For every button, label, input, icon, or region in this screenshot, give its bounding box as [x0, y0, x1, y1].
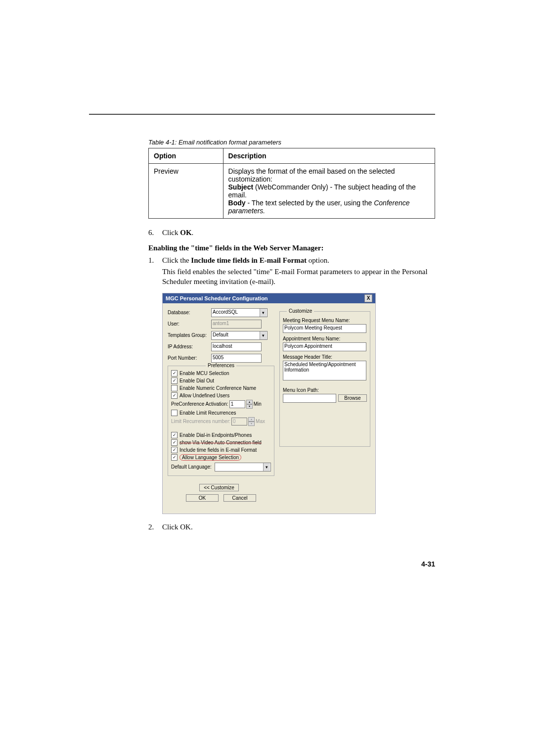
label-preconf-min: Min — [254, 401, 262, 407]
options-table: Option Description Preview Displays the … — [148, 148, 435, 219]
label-default-lang: Default Language: — [171, 464, 215, 470]
chevron-up-icon: ▴ — [248, 417, 255, 422]
label-limit: Limit Recurrences number: — [171, 419, 230, 424]
preconf-value[interactable]: 1 — [229, 400, 245, 408]
step6-b: . — [192, 229, 194, 236]
step1-b: option. — [307, 256, 329, 264]
user-field: antom1 — [211, 320, 262, 329]
step2-text: Click OK. — [162, 523, 193, 531]
templates-group-select[interactable]: Default — [211, 331, 267, 340]
desc-subject-bold: Subject — [228, 183, 254, 191]
step6-ok: OK — [180, 229, 191, 236]
step1-bold: Include time fields in E-mail Format — [191, 256, 307, 264]
database-select[interactable]: AccordSQL — [211, 308, 267, 317]
step-1: 1.Click the Include time fields in E-mai… — [148, 256, 435, 265]
checkbox-enable-limit[interactable] — [171, 410, 178, 416]
preconf-stepper[interactable]: ▴▾ — [246, 400, 253, 409]
label-allow-undefined: Allow Undefined Users — [179, 393, 229, 398]
page-number: 4-31 — [148, 560, 435, 568]
label-mip: Menu Icon Path: — [283, 387, 367, 393]
label-templates-group: Templates Group: — [168, 332, 211, 338]
label-port-number: Port Number: — [168, 355, 211, 361]
rule-top — [89, 114, 435, 115]
dialog-titlebar: MGC Personal Scheduler Configuration X — [163, 293, 375, 303]
label-preconf: PreConference Activation: — [171, 401, 228, 407]
label-database: Database: — [168, 310, 211, 315]
table-header-row: Option Description — [149, 148, 435, 164]
label-enable-mcu: Enable MCU Selection — [179, 371, 229, 376]
label-mrm: Meeting Request Menu Name: — [283, 318, 367, 323]
ip-address-field[interactable]: localhost — [211, 342, 262, 351]
dialog-title: MGC Personal Scheduler Configuration — [166, 295, 268, 301]
cell-option: Preview — [149, 164, 223, 219]
checkbox-allow-undefined[interactable] — [171, 392, 178, 399]
customize-button[interactable]: << Customize — [199, 484, 239, 491]
step6-a: Click — [162, 229, 180, 236]
label-user: User: — [168, 321, 211, 327]
label-enable-numeric: Enable Numeric Conference Name — [179, 385, 256, 391]
desc-subject-rest: (WebCommander Only) - The subject headin… — [228, 183, 416, 199]
label-ip-address: IP Address: — [168, 344, 211, 349]
customize-fieldset: Customize Meeting Request Menu Name: Pol… — [279, 311, 370, 447]
close-icon[interactable]: X — [364, 294, 372, 302]
subheading: Enabling the "time" fields in the Web Se… — [148, 244, 435, 252]
step-1-body: This field enables the selected "time" E… — [162, 267, 435, 287]
desc-body-rest: - The text selected by the user, using t… — [246, 199, 374, 207]
desc-body: Body - The text selected by the user, us… — [228, 199, 430, 215]
step-6: 6.Click OK. — [148, 229, 435, 237]
port-number-field[interactable]: 5005 — [211, 354, 262, 363]
label-enable-dialin: Enable Dial-in Endpoints/Phones — [179, 432, 252, 438]
desc-subject: Subject (WebCommander Only) - The subjec… — [228, 183, 430, 199]
amn-field[interactable]: Polycom Appointment — [283, 342, 366, 351]
step-1-num: 1. — [148, 256, 162, 265]
checkbox-enable-dialout[interactable] — [171, 378, 178, 384]
preferences-fieldset: Preferences Enable MCU Selection Enable … — [168, 366, 274, 476]
checkbox-enable-dialin[interactable] — [171, 432, 178, 438]
limit-value: 0 — [231, 418, 247, 425]
checkbox-allow-lang[interactable] — [171, 454, 178, 461]
preferences-legend: Preferences — [206, 363, 236, 368]
cancel-button[interactable]: Cancel — [223, 494, 256, 502]
chevron-down-icon: ▾ — [246, 404, 253, 409]
mht-field[interactable]: Scheduled Meeting/Appointment Informatio… — [283, 361, 366, 380]
default-lang-select[interactable] — [215, 463, 271, 472]
label-limit-max: Max — [256, 419, 265, 424]
dialog-screenshot: MGC Personal Scheduler Configuration X D… — [162, 293, 376, 514]
customize-legend: Customize — [287, 308, 314, 314]
table-row: Preview Displays the format of the email… — [149, 164, 435, 219]
desc-line1: Displays the format of the email based o… — [228, 167, 430, 183]
browse-button[interactable]: Browse — [338, 394, 367, 402]
label-enable-limit: Enable Limit Recurrences — [179, 410, 236, 416]
desc-body-bold: Body — [228, 199, 246, 207]
ok-button[interactable]: OK — [186, 494, 219, 502]
cell-description: Displays the format of the email based o… — [223, 164, 435, 219]
table-caption: Table 4-1: Email notification format par… — [148, 139, 435, 146]
chevron-down-icon: ▾ — [248, 422, 255, 426]
checkbox-include-time[interactable] — [171, 447, 178, 453]
mrm-field[interactable]: Polycom Meeting Request — [283, 324, 366, 333]
label-include-time: Include time fields in E-mail Format — [179, 447, 257, 453]
label-mht: Message Header Title: — [283, 354, 367, 360]
label-amn: Appointment Menu Name: — [283, 336, 367, 341]
checkbox-enable-mcu[interactable] — [171, 370, 178, 377]
label-enable-dialout: Enable Dial Out — [179, 378, 214, 383]
checkbox-enable-numeric[interactable] — [171, 385, 178, 391]
step1-a: Click the — [162, 256, 191, 264]
step-6-num: 6. — [148, 229, 162, 237]
step-2-num: 2. — [148, 523, 162, 531]
th-description: Description — [223, 148, 435, 164]
limit-stepper: ▴▾ — [248, 417, 255, 426]
checkbox-show-via-video[interactable] — [171, 439, 178, 446]
th-option: Option — [149, 148, 223, 164]
chevron-up-icon: ▴ — [246, 400, 253, 404]
mip-field[interactable] — [283, 394, 336, 403]
label-allow-lang: Allow Language Selection — [179, 454, 241, 461]
step-2: 2.Click OK. — [148, 523, 435, 531]
label-show-via-video: show Via Video Auto Connection field — [179, 440, 262, 445]
